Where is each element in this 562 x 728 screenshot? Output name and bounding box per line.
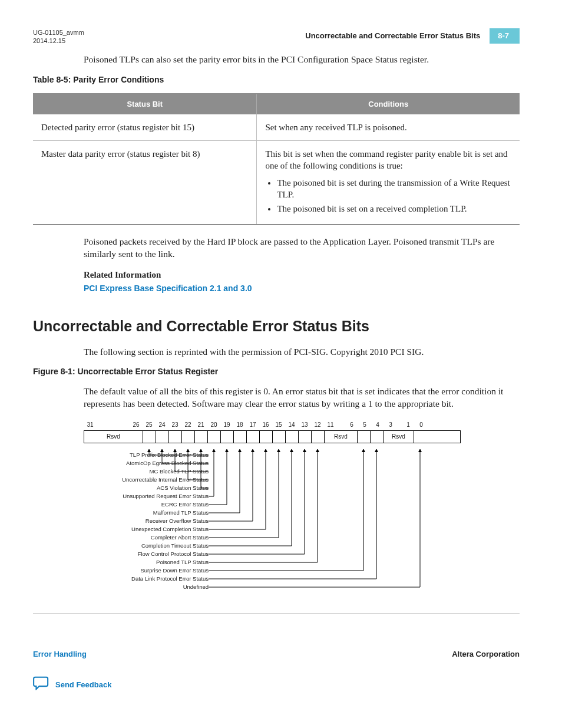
rsvd-box: Rsvd: [84, 431, 143, 443]
parity-error-table: Status Bit Conditions Detected parity er…: [33, 93, 520, 225]
reg-label: Data Link Protocol Error Status: [131, 575, 209, 583]
related-heading: Related Information: [84, 269, 520, 281]
bit-box: [208, 431, 221, 443]
feedback-block: Send Feedback: [33, 676, 520, 693]
col-header-status: Status Bit: [33, 94, 257, 114]
bitnum: 24: [156, 421, 168, 429]
bitnum: 14: [285, 421, 298, 429]
related-link[interactable]: PCI Express Base Specification 2.1 and 3…: [84, 284, 252, 293]
register-diagram: 31 26 25 24 23 22 21 20 19 18 17 16 15 1…: [84, 421, 461, 602]
bit-box: [247, 431, 260, 443]
send-feedback-link[interactable]: Send Feedback: [55, 680, 111, 690]
reg-label: TLP Prefix Blocked Error Status: [130, 452, 209, 459]
bit-box: [169, 431, 182, 443]
doc-id-block: UG-01105_avmm 2014.12.15: [33, 28, 84, 45]
reg-label: ECRC Error Status: [161, 501, 209, 509]
reg-label: Unexpected Completion Status: [131, 526, 209, 533]
bit-box: [156, 431, 169, 443]
bitnum: 22: [181, 421, 194, 429]
bitnum: 3: [384, 421, 397, 429]
figure-caption: Figure 8-1: Uncorrectable Error Status R…: [33, 366, 520, 377]
bitnum: 4: [371, 421, 384, 429]
footer-right: Altera Corporation: [452, 649, 520, 660]
cell-status: Detected parity error (status register b…: [33, 114, 257, 141]
register-labels: TLP Prefix Blocked Error Status AtomicOp…: [84, 449, 461, 602]
bitnum: 13: [298, 421, 311, 429]
list-item: The poisoned bit is set during the trans…: [277, 177, 511, 201]
bitnum: 17: [246, 421, 259, 429]
bitnum: 19: [220, 421, 233, 429]
page-footer: Error Handling Altera Corporation: [33, 649, 520, 660]
bitnum: 0: [415, 421, 428, 429]
doc-id: UG-01105_avmm: [33, 28, 84, 37]
section-intro: The following section is reprinted with …: [84, 346, 520, 358]
bit-box: [414, 431, 427, 443]
reg-label: ACS Violation Status: [157, 485, 209, 492]
reg-label: Poisoned TLP Status: [156, 559, 209, 566]
footer-left-link[interactable]: Error Handling: [33, 650, 87, 658]
rsvd-box: Rsvd: [384, 431, 414, 443]
cond-list: The poisoned bit is set during the trans…: [265, 177, 511, 215]
register-box-row: Rsvd Rsvd Rsvd: [84, 430, 461, 443]
bit-box: [312, 431, 325, 443]
reg-label: Receiver Overflow Status: [146, 518, 209, 525]
bitnum: 20: [207, 421, 220, 429]
table-row: Master data parity error (status registe…: [33, 141, 520, 225]
reg-label: Flow Control Protocol Status: [138, 551, 209, 558]
related-info-block: Related Information PCI Express Base Spe…: [84, 269, 520, 294]
reg-label: Uncorrectable Internal Error Status: [122, 476, 209, 484]
bit-box: [195, 431, 208, 443]
bit-box: [182, 431, 195, 443]
bit-box: [299, 431, 312, 443]
reg-label: MC Blocked TLP Status: [149, 468, 209, 476]
bitnum: 1: [402, 421, 415, 429]
bit-box: [143, 431, 156, 443]
rsvd-box: Rsvd: [325, 431, 358, 443]
bitnum: 21: [194, 421, 207, 429]
bitnum: 15: [272, 421, 285, 429]
bitnum: 11: [324, 421, 337, 429]
reg-label: Undefined: [183, 584, 209, 591]
figure-desc: The default value of all the bits of thi…: [84, 386, 520, 410]
reg-label: Completer Abort Status: [151, 534, 209, 542]
reg-label: Surprise Down Error Status: [140, 567, 209, 575]
col-header-conditions: Conditions: [257, 94, 520, 114]
bit-box: [260, 431, 273, 443]
running-title: Uncorrectable and Correctable Error Stat…: [305, 31, 480, 41]
bit-box: [273, 431, 286, 443]
cond-intro: This bit is set when the command registe…: [265, 148, 511, 172]
bit-box: [221, 431, 234, 443]
bitnum: 25: [143, 421, 156, 429]
list-item: The poisoned bit is set on a received co…: [277, 203, 511, 215]
page-number-badge: 8-7: [490, 28, 520, 44]
header-right: Uncorrectable and Correctable Error Stat…: [305, 28, 520, 44]
bitnum: 12: [311, 421, 324, 429]
table-row: Detected parity error (status register b…: [33, 114, 520, 141]
intro-paragraph: Poisoned TLPs can also set the parity er…: [84, 54, 520, 66]
feedback-icon: [33, 676, 49, 693]
table-caption: Table 8-5: Parity Error Conditions: [33, 74, 520, 85]
cell-condition: This bit is set when the command registe…: [257, 141, 520, 225]
after-table-paragraph: Poisoned packets received by the Hard IP…: [84, 236, 520, 261]
cell-status: Master data parity error (status registe…: [33, 141, 257, 225]
reg-label: Completion Timeout Status: [141, 542, 209, 550]
reg-label: AtomicOp Egress Blocked Status: [126, 460, 209, 467]
bitnum: 16: [259, 421, 272, 429]
page-header: UG-01105_avmm 2014.12.15 Uncorrectable a…: [33, 28, 520, 45]
bit-box: [358, 431, 371, 443]
bitnum: 5: [358, 421, 371, 429]
section-rule: [33, 613, 520, 614]
section-heading: Uncorrectable and Correctable Error Stat…: [33, 317, 520, 337]
bit-box: [286, 431, 299, 443]
bit-box: [371, 431, 384, 443]
bitnum: 18: [233, 421, 246, 429]
bit-box: [234, 431, 247, 443]
doc-date: 2014.12.15: [33, 37, 84, 45]
bitnum: 26: [130, 421, 143, 429]
bit-number-row: 31 26 25 24 23 22 21 20 19 18 17 16 15 1…: [84, 421, 461, 430]
reg-label: Unsupported Request Error Status: [123, 493, 209, 500]
bitnum: 6: [345, 421, 358, 429]
bitnum: 23: [168, 421, 181, 429]
reg-label: Malformed TLP Status: [153, 509, 209, 517]
cell-condition: Set when any received TLP is poisoned.: [257, 114, 520, 141]
